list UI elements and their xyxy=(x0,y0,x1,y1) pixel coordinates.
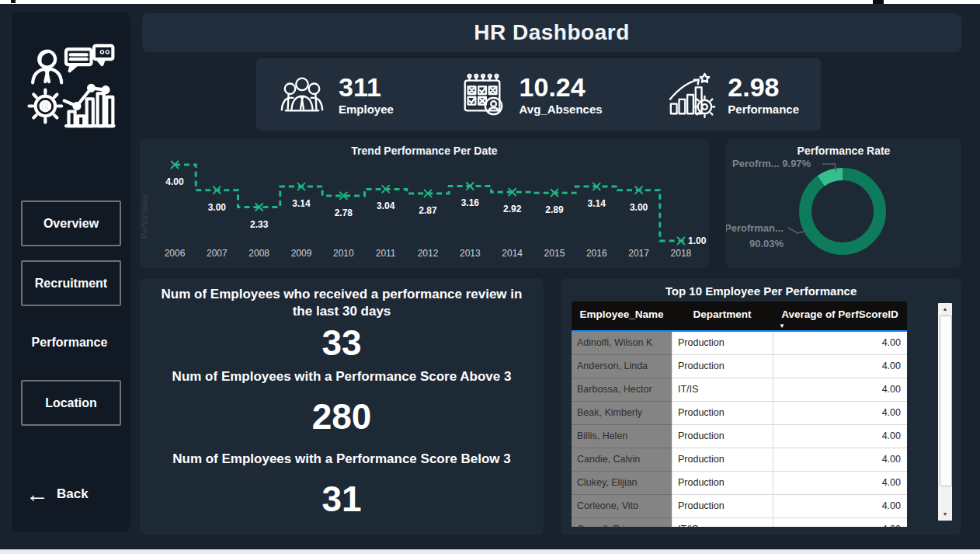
kpi-label: Performance xyxy=(728,103,799,116)
kpi-label: Employee xyxy=(339,103,394,116)
sidebar-item-recruitment[interactable]: Recruitment xyxy=(21,260,121,306)
column-header-label: Employee_Name xyxy=(579,308,663,320)
stats-panel: Num of Employees who received a performa… xyxy=(140,278,544,535)
svg-text:2.92: 2.92 xyxy=(503,204,522,214)
svg-text:3.16: 3.16 xyxy=(461,197,480,208)
score-cell: 4.00 xyxy=(773,378,907,402)
performance-trend-icon xyxy=(667,71,715,119)
svg-text:2006: 2006 xyxy=(165,248,186,259)
scroll-down-icon[interactable]: ▼ xyxy=(938,509,952,520)
sidebar-item-overview[interactable]: Overview xyxy=(21,200,121,246)
scrollbar-thumb[interactable] xyxy=(940,315,952,486)
stat-value: 280 xyxy=(149,385,534,448)
svg-text:2007: 2007 xyxy=(207,248,228,259)
department-cell: Production xyxy=(672,355,773,378)
table-scrollbar[interactable]: ▲ ▼ xyxy=(938,303,952,521)
stat-label: Num of Employees with a Performance Scor… xyxy=(149,365,534,385)
column-header-label: Department xyxy=(693,308,751,320)
department-cell: Production xyxy=(672,495,773,518)
employee-name-cell: Corleone, Vito xyxy=(572,495,672,518)
calendar-absences-icon xyxy=(459,71,507,119)
table-row[interactable]: Corleone, VitoProduction4.00 xyxy=(572,495,907,518)
svg-text:2.89: 2.89 xyxy=(545,204,564,215)
browser-bottom-strip xyxy=(0,549,980,554)
employee-name-cell: Barbossa, Hector xyxy=(572,378,672,402)
column-header-department[interactable]: Department xyxy=(672,301,773,330)
column-header-employee-name[interactable]: Employee_Name xyxy=(572,301,672,330)
browser-top-right-artifact xyxy=(873,0,884,4)
score-cell: 4.00 xyxy=(773,472,907,495)
department-cell: IT/IS xyxy=(672,378,773,402)
table-row[interactable]: Adinolfi, Wilson KProduction4.00 xyxy=(572,332,907,355)
stat-label: Num of Employees who received a performa… xyxy=(149,283,534,320)
svg-text:2012: 2012 xyxy=(418,248,439,259)
table-row[interactable]: Candie, CalvinProduction4.00 xyxy=(572,448,907,472)
chat-bubble-icon xyxy=(66,49,91,64)
svg-text:2017: 2017 xyxy=(628,248,649,259)
employees-icon xyxy=(278,71,326,119)
table-row[interactable]: Billis, HelenProduction4.00 xyxy=(572,425,907,448)
sidebar: OverviewRecruitmentPerformanceLocation ←… xyxy=(12,12,130,532)
table-row[interactable]: Barbossa, HectorIT/IS4.00 xyxy=(572,378,907,402)
svg-text:3.14: 3.14 xyxy=(588,198,606,209)
svg-text:2016: 2016 xyxy=(586,248,607,259)
scroll-up-icon[interactable]: ▲ xyxy=(938,304,952,315)
svg-text:3.00: 3.00 xyxy=(208,202,227,213)
employee-name-cell: Clukey, Elijian xyxy=(572,472,672,495)
svg-text:2.33: 2.33 xyxy=(250,219,269,230)
svg-text:3.04: 3.04 xyxy=(377,200,395,211)
svg-text:90.03%: 90.03% xyxy=(749,238,784,249)
kpi-performance: 2.98Performance xyxy=(667,71,799,119)
employee-name-cell: Adinolfi, Wilson K xyxy=(572,332,672,355)
stat-block: Num of Employees who received a performa… xyxy=(149,283,534,365)
score-cell: 4.00 xyxy=(773,402,907,425)
performance-rate-donut-chart: Perofrm... 9.97%Perofrman...90.03% xyxy=(726,138,961,268)
table-title: Top 10 Employee Per Performance xyxy=(561,284,961,298)
score-cell: 4.00 xyxy=(773,518,907,527)
department-cell: Production xyxy=(672,425,773,448)
performance-rate-panel: Perofrm... 9.97%Perofrman...90.03% Perfo… xyxy=(726,138,961,268)
employee-name-cell: Billis, Helen xyxy=(572,425,672,448)
trend-chart-panel: Trend Performance Per Date Performance4.… xyxy=(140,138,709,268)
svg-text:2015: 2015 xyxy=(544,248,565,259)
score-cell: 4.00 xyxy=(773,448,907,472)
browser-top-strip xyxy=(0,0,980,4)
score-cell: 4.00 xyxy=(773,355,907,378)
table-row[interactable]: Anderson, LindaProduction4.00 xyxy=(572,355,907,378)
trend-line-icon xyxy=(64,88,106,106)
employee-name-cell: Beak, Kimberly xyxy=(572,402,672,425)
kpi-label: Avg_Absences xyxy=(520,103,603,116)
back-button[interactable]: ← Back xyxy=(26,479,119,510)
svg-text:2009: 2009 xyxy=(291,248,312,259)
table-body: Adinolfi, Wilson KProduction4.00Anderson… xyxy=(572,332,907,527)
donut-slice xyxy=(805,174,880,249)
employee-name-cell: Anderson, Linda xyxy=(572,355,672,378)
kpi-employee: 311Employee xyxy=(278,71,394,119)
sidebar-item-location[interactable]: Location xyxy=(21,380,121,426)
kpi-value: 311 xyxy=(339,73,381,101)
department-cell: Production xyxy=(672,472,773,495)
table-row[interactable]: Clukey, ElijianProduction4.00 xyxy=(572,472,907,495)
department-cell: Production xyxy=(672,402,773,425)
table-row[interactable]: Cornell, PriIT/IS4.00 xyxy=(572,518,907,527)
sort-descending-icon: ▼ xyxy=(779,322,785,329)
column-header-average-of-perfscoreid[interactable]: Average of PerfScoreID▼ xyxy=(773,301,907,330)
employee-table: Employee_NameDepartmentAverage of PerfSc… xyxy=(572,301,907,527)
table-header: Employee_NameDepartmentAverage of PerfSc… xyxy=(572,301,907,330)
table-row[interactable]: Beak, KimberlyProduction4.00 xyxy=(572,402,907,425)
trend-line-chart: Performance4.0020063.0020072.3320083.142… xyxy=(140,155,709,268)
svg-text:2.87: 2.87 xyxy=(419,205,437,216)
department-cell: IT/IS xyxy=(672,518,773,527)
score-cell: 4.00 xyxy=(773,332,907,355)
svg-text:Perofrman...: Perofrman... xyxy=(726,222,784,234)
svg-text:2014: 2014 xyxy=(502,248,523,259)
header-bar: HR Dashboard xyxy=(142,13,961,52)
stat-label: Num of Employees with a Performance Scor… xyxy=(149,448,534,468)
sidebar-item-performance[interactable]: Performance xyxy=(21,321,118,364)
stat-value: 33 xyxy=(149,320,534,365)
kpi-value: 10.24 xyxy=(520,73,586,101)
svg-text:3.14: 3.14 xyxy=(292,198,311,209)
svg-text:3.00: 3.00 xyxy=(630,202,648,213)
svg-text:2013: 2013 xyxy=(460,248,481,259)
back-label: Back xyxy=(57,486,89,502)
